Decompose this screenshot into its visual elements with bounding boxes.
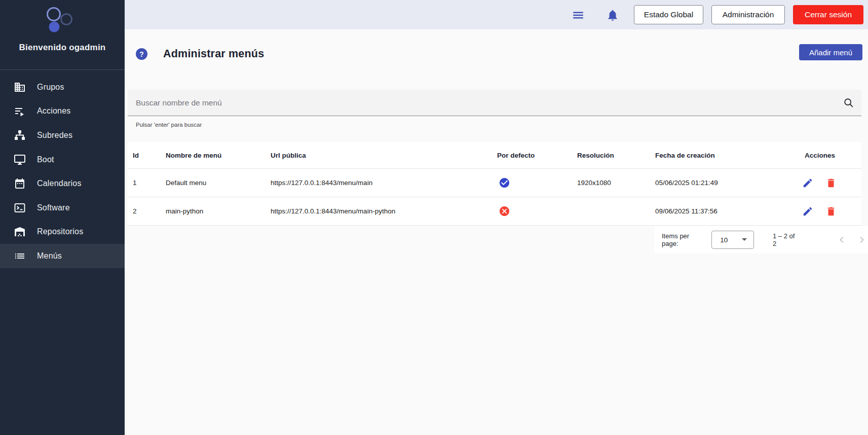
edit-icon[interactable] [802,206,813,217]
sidebar-item-label: Boot [37,155,54,164]
search-hint: Pulsar 'enter' para buscar [136,122,202,128]
network-tree-icon [14,129,26,141]
delete-icon[interactable] [825,177,837,189]
page-title: Administrar menús [163,48,264,60]
cell-acciones [802,177,861,189]
cell-nombre: Default menu [166,179,271,187]
cell-id: 2 [128,207,166,215]
cell-resolucion: 1920x1080 [577,179,655,187]
search-field [128,90,861,116]
sidebar-item-label: Grupos [37,83,64,92]
page-size-select[interactable]: 10 [711,231,754,249]
sidebar-item-label: Repositorios [37,227,83,236]
list-icon [14,250,26,262]
sidebar: Bienvenido ogadmin Grupos Acciones Subre… [0,0,125,435]
next-page-icon[interactable] [856,234,868,246]
cell-fecha: 05/06/2025 01:21:49 [655,179,802,187]
welcome-text: Bienvenido ogadmin [0,43,125,53]
help-icon[interactable]: ? [136,48,147,60]
actions-list-icon [14,105,26,117]
column-header-id: Id [128,152,166,159]
column-header-fecha: Fecha de creación [655,152,802,159]
cell-url: https://127.0.0.1:8443/menu/main [271,179,497,187]
cancel-circle-icon [499,205,510,217]
column-header-nombre: Nombre de menú [166,152,271,159]
paginator: Items per page: 10 1 – 2 of 2 [655,226,868,253]
table-header-row: Id Nombre de menú Url pública Por defect… [128,142,861,169]
previous-page-icon[interactable] [836,234,848,246]
add-menu-button[interactable]: Añadir menú [799,44,862,60]
calendar-icon [14,177,26,190]
sidebar-item-repositorios[interactable]: Repositorios [0,220,125,244]
search-icon[interactable] [843,97,854,108]
menus-table: Id Nombre de menú Url pública Por defect… [128,142,861,226]
cell-acciones [802,206,861,217]
sidebar-item-grupos[interactable]: Grupos [0,75,125,99]
building-icon [14,81,26,93]
edit-icon[interactable] [802,177,813,189]
column-header-url: Url pública [271,152,497,159]
hamburger-icon[interactable] [572,9,585,22]
check-circle-icon [499,177,510,189]
sidebar-item-menus[interactable]: Menús [0,244,125,268]
search-input[interactable] [136,90,835,116]
monitor-icon [14,154,26,166]
paginator-range: 1 – 2 of 2 [773,232,800,247]
column-header-pordefecto: Por defecto [497,152,577,159]
cell-nombre: main-python [166,207,271,215]
cell-url: https://127.0.0.1:8443/menu/main-python [271,207,497,215]
bell-icon[interactable] [606,9,619,22]
administracion-button[interactable]: Administración [711,5,785,24]
cell-por-defecto [497,177,577,189]
table-row: 2 main-python https://127.0.0.1:8443/men… [128,197,861,226]
topbar: Estado Global Administración Cerrar sesi… [125,0,868,29]
delete-icon[interactable] [825,206,837,217]
sidebar-item-calendarios[interactable]: Calendarios [0,171,125,196]
sidebar-divider [0,69,125,70]
warehouse-icon [14,226,26,238]
sidebar-nav: Grupos Acciones Subredes Boot Calendario… [0,75,125,268]
cell-fecha: 09/06/2025 11:37:56 [655,207,802,215]
page-size-value: 10 [712,236,728,244]
sidebar-item-software[interactable]: Software [0,196,125,220]
cell-por-defecto [497,205,577,217]
sidebar-item-subredes[interactable]: Subredes [0,123,125,148]
column-header-resolucion: Resolución [577,152,655,159]
terminal-icon [14,202,26,214]
sidebar-item-label: Subredes [37,131,72,140]
column-header-acciones: Acciones [802,152,861,159]
table-row: 1 Default menu https://127.0.0.1:8443/me… [128,169,861,197]
sidebar-item-label: Calendarios [37,179,82,188]
items-per-page-label: Items per page: [662,232,707,247]
sidebar-item-acciones[interactable]: Acciones [0,99,125,124]
sidebar-item-label: Menús [37,251,62,261]
sidebar-item-label: Acciones [37,106,71,116]
cell-id: 1 [128,179,166,187]
logout-button[interactable]: Cerrar sesión [793,5,863,24]
sidebar-item-boot[interactable]: Boot [0,148,125,172]
sidebar-item-label: Software [37,203,70,212]
estado-global-button[interactable]: Estado Global [634,5,703,24]
chevron-down-icon [741,238,747,242]
app-logo-icon [0,0,125,35]
